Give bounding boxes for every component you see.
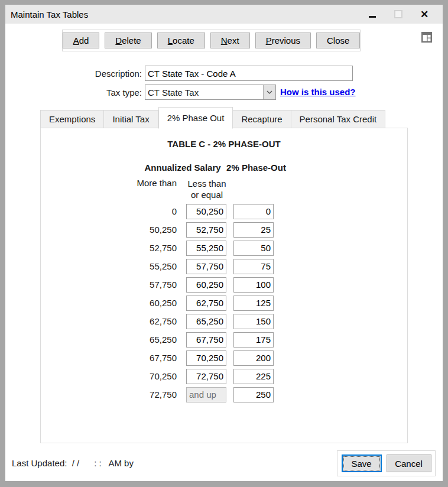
tab-initial-tax[interactable]: Initial Tax <box>104 110 158 128</box>
save-button[interactable]: Save <box>342 454 382 472</box>
maximize-button[interactable] <box>389 7 407 21</box>
table-row: 72,750 <box>41 385 407 404</box>
more-than-value: 62,750 <box>124 316 177 326</box>
phase-out-input[interactable] <box>233 241 274 256</box>
table-row: 50,250 <box>41 220 407 239</box>
window-title: Maintain Tax Tables <box>5 9 88 20</box>
phase-out-input[interactable] <box>233 277 274 293</box>
table-row: 57,750 <box>41 275 407 294</box>
less-than-input[interactable] <box>186 350 226 366</box>
phase-out-input[interactable] <box>233 314 274 329</box>
how-is-this-used-link[interactable]: How is this used? <box>280 87 356 97</box>
table-row: 60,250 <box>41 294 407 312</box>
phase-out-input[interactable] <box>233 259 274 274</box>
chevron-down-icon <box>267 90 272 94</box>
record-toolbar: Add Delete Locate Next Previous Close <box>62 30 361 51</box>
description-input[interactable] <box>145 66 353 81</box>
maintain-tax-tables-dialog: Maintain Tax Tables ✕ Add Delete Locate … <box>5 5 443 481</box>
close-record-button[interactable]: Close <box>316 33 360 48</box>
more-than-value: 65,250 <box>124 335 177 345</box>
phase-out-input[interactable] <box>233 387 274 402</box>
dropdown-arrow-button[interactable] <box>263 85 275 99</box>
less-than-input[interactable] <box>186 314 226 329</box>
cancel-button[interactable]: Cancel <box>387 454 431 472</box>
minimize-button[interactable] <box>363 7 381 21</box>
more-than-value: 0 <box>124 206 177 216</box>
next-button[interactable]: Next <box>210 33 250 48</box>
less-than-input <box>186 387 226 402</box>
phase-out-tab-panel: TABLE C - 2% PHASE-OUT Annualized Salary… <box>40 128 408 443</box>
table-row: 62,750 <box>41 312 407 330</box>
less-than-input[interactable] <box>186 204 226 219</box>
less-than-header: Less than or equal <box>186 178 228 200</box>
phase-out-input[interactable] <box>233 222 274 238</box>
phase-out-input[interactable] <box>233 332 274 348</box>
more-than-value: 57,750 <box>124 280 177 290</box>
table-row: 70,250 <box>41 367 407 385</box>
window-controls: ✕ <box>363 7 443 21</box>
previous-button[interactable]: Previous <box>255 33 311 48</box>
tax-type-label: Tax type: <box>62 87 142 98</box>
close-icon: ✕ <box>420 9 428 20</box>
grid-layout-icon[interactable] <box>421 31 433 43</box>
tax-type-dropdown[interactable]: CT State Tax <box>145 85 276 100</box>
more-than-value: 52,750 <box>124 243 177 253</box>
footer-button-group: Save Cancel <box>337 450 436 476</box>
tab-recapture[interactable]: Recapture <box>233 110 291 128</box>
table-title: TABLE C - 2% PHASE-OUT <box>41 139 407 149</box>
table-rows: 050,25052,75055,25057,75060,25062,75065,… <box>41 202 407 404</box>
less-than-input[interactable] <box>186 369 226 384</box>
dialog-body: Add Delete Locate Next Previous Close De… <box>5 24 443 481</box>
more-than-value: 60,250 <box>124 298 177 308</box>
maximize-icon <box>394 10 402 18</box>
tax-type-value: CT State Tax <box>145 87 263 98</box>
table-row: 52,750 <box>41 239 407 257</box>
delete-button[interactable]: Delete <box>105 33 151 48</box>
more-than-value: 55,250 <box>124 261 177 271</box>
description-label: Description: <box>62 69 142 79</box>
table-row: 0 <box>41 202 407 220</box>
phase-out-input[interactable] <box>233 369 274 384</box>
less-than-input[interactable] <box>186 296 226 311</box>
more-than-value: 67,750 <box>124 353 177 363</box>
tab-exemptions[interactable]: Exemptions <box>40 110 104 128</box>
last-updated-text: Last Updated: / / : : AM by <box>12 458 134 468</box>
table-row: 65,250 <box>41 330 407 349</box>
phase-out-input[interactable] <box>233 204 274 219</box>
table-row: 55,250 <box>41 257 407 275</box>
more-than-value: 50,250 <box>124 225 177 235</box>
more-than-header: More than <box>124 178 177 188</box>
tab-2-percent-phase-out[interactable]: 2% Phase Out <box>158 107 233 129</box>
phase-out-header: 2% Phase-Out <box>216 163 296 173</box>
window-frame: Maintain Tax Tables ✕ Add Delete Locate … <box>0 0 448 487</box>
more-than-value: 70,250 <box>124 371 177 381</box>
minimize-icon <box>369 16 376 18</box>
more-than-value: 72,750 <box>124 389 177 400</box>
add-button[interactable]: Add <box>63 33 100 48</box>
tab-personal-tax-credit[interactable]: Personal Tax Credit <box>291 110 386 128</box>
less-than-input[interactable] <box>186 277 226 293</box>
less-than-input[interactable] <box>186 241 226 256</box>
close-button[interactable]: ✕ <box>415 7 433 21</box>
tab-strip: Exemptions Initial Tax 2% Phase Out Reca… <box>40 107 385 128</box>
locate-button[interactable]: Locate <box>157 33 205 48</box>
phase-out-input[interactable] <box>233 350 274 366</box>
phase-out-input[interactable] <box>233 296 274 311</box>
less-than-input[interactable] <box>186 332 226 348</box>
table-row: 67,750 <box>41 349 407 367</box>
less-than-input[interactable] <box>186 222 226 238</box>
less-than-input[interactable] <box>186 259 226 274</box>
title-bar: Maintain Tax Tables ✕ <box>5 5 443 24</box>
